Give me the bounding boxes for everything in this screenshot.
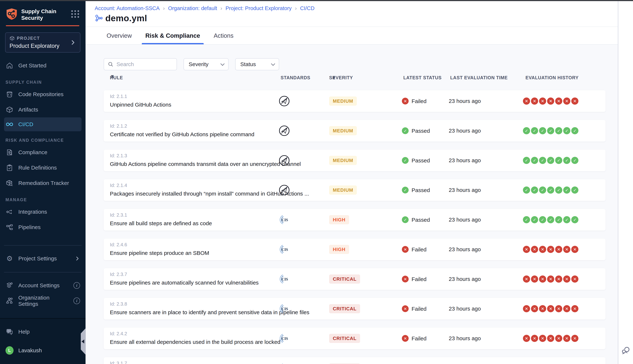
evaluation-history: ✓✓✓✓✓✓✓ bbox=[523, 127, 578, 134]
sidebar-item-project-settings[interactable]: ⚙ Project Settings bbox=[0, 251, 86, 266]
sidebar-item-code-repositories[interactable]: Code Repositories bbox=[0, 86, 86, 102]
cis-standard-icon: CIS bbox=[279, 303, 290, 314]
table-row[interactable]: Id: 2.1.3 GitHub Actions pipeline comman… bbox=[104, 150, 606, 171]
sidebar-item-compliance[interactable]: Compliance bbox=[0, 145, 86, 160]
tab-actions[interactable]: Actions bbox=[214, 27, 233, 44]
sidebar-item-artifacts[interactable]: Artifacts bbox=[0, 102, 86, 117]
document-search-icon bbox=[6, 149, 14, 156]
svg-text:CIS: CIS bbox=[282, 218, 288, 222]
svg-text:CIS: CIS bbox=[282, 277, 288, 282]
status-label: Passed bbox=[412, 157, 430, 164]
breadcrumb-cicd[interactable]: CI/CD bbox=[300, 5, 314, 11]
breadcrumb-organization[interactable]: Organization: default bbox=[168, 5, 217, 11]
history-fail-icon: ✕ bbox=[531, 335, 538, 342]
search-box bbox=[104, 58, 177, 70]
tab-overview[interactable]: Overview bbox=[106, 27, 132, 44]
sidebar-item-remediation-tracker[interactable]: Remediation Tracker bbox=[0, 176, 86, 191]
sidebar-item-account-settings[interactable]: Account Settings i bbox=[0, 278, 86, 293]
gear-icon: ⚙ bbox=[6, 255, 14, 262]
history-pass-icon: ✓ bbox=[563, 216, 570, 224]
breadcrumb-project[interactable]: Project: Product Exploratory bbox=[226, 5, 292, 11]
search-input[interactable] bbox=[116, 61, 173, 68]
table-row[interactable]: Id: 2.3.1 Ensure all build steps are def… bbox=[104, 209, 606, 230]
status-label: Passed bbox=[412, 187, 430, 193]
breadcrumb-separator: › bbox=[220, 5, 222, 11]
collapse-left-arrow-icon bbox=[82, 340, 84, 344]
status-icon: ✕ bbox=[402, 246, 409, 253]
rule-name: GitHub Actions pipeline commands transmi… bbox=[110, 161, 301, 167]
history-pass-icon: ✓ bbox=[555, 157, 562, 164]
app-grid-icon[interactable] bbox=[71, 10, 79, 18]
table-row[interactable]: Id: 2.3.8 Ensure scanners are in place t… bbox=[104, 298, 606, 320]
table-row[interactable]: Id: 2.1.1 Unpinned GitHub Actions CIS ME… bbox=[104, 90, 606, 112]
history-fail-icon: ✕ bbox=[555, 305, 562, 312]
brand-title: Supply Chain Security bbox=[21, 8, 60, 21]
history-fail-icon: ✕ bbox=[563, 98, 570, 105]
breadcrumb-account[interactable]: Account: Automation-SSCA bbox=[95, 5, 160, 11]
table-row[interactable]: Id: 3.1.7 CIS CRITICAL ✕ Failed 23 hours… bbox=[104, 357, 606, 364]
table-row[interactable]: Id: 2.4.2 Ensure all external dependenci… bbox=[104, 328, 606, 349]
history-fail-icon: ✕ bbox=[531, 305, 538, 312]
last-evaluation-time: 23 hours ago bbox=[449, 187, 481, 193]
status-icon: ✕ bbox=[402, 306, 409, 312]
table-row[interactable]: Id: 2.4.6 Ensure pipeline steps produce … bbox=[104, 238, 606, 260]
history-fail-icon: ✕ bbox=[523, 246, 530, 253]
divider bbox=[4, 245, 82, 246]
latest-status: ✕ Failed bbox=[402, 335, 426, 342]
severity-filter-dropdown[interactable]: Severity bbox=[184, 58, 228, 70]
chevron-down-icon bbox=[271, 62, 275, 66]
history-pass-icon: ✓ bbox=[571, 216, 578, 224]
sidebar-nav: Get Started SUPPLY CHAIN Code Repositori… bbox=[0, 58, 86, 308]
sidebar-item-rule-definitions[interactable]: Rule Definitions bbox=[0, 160, 86, 176]
tab-bar: Overview Risk & Compliance Actions bbox=[86, 27, 618, 45]
sidebar-item-help[interactable]: ? Help bbox=[0, 324, 86, 340]
history-fail-icon: ✕ bbox=[547, 246, 554, 253]
latest-status: ✓ Passed bbox=[402, 157, 430, 164]
latest-status: ✕ Failed bbox=[402, 246, 426, 253]
sidebar-item-pipelines[interactable]: Pipelines bbox=[0, 220, 86, 235]
chevron-right-icon bbox=[70, 39, 76, 46]
info-icon[interactable]: i bbox=[74, 298, 80, 304]
svg-text:CIS: CIS bbox=[282, 247, 288, 252]
rule-id: Id: 2.3.7 bbox=[110, 272, 127, 277]
toolbar: Severity Status bbox=[104, 58, 618, 70]
history-pass-icon: ✓ bbox=[531, 186, 538, 194]
evaluation-history: ✓✓✓✓✓✓✓ bbox=[523, 157, 578, 164]
history-fail-icon: ✕ bbox=[523, 276, 530, 283]
search-icon bbox=[108, 61, 114, 67]
info-icon[interactable]: i bbox=[74, 282, 80, 289]
layers-gear-icon bbox=[6, 282, 14, 289]
tab-risk-and-compliance[interactable]: Risk & Compliance bbox=[146, 27, 200, 44]
remediation-box-wrench-icon bbox=[6, 180, 14, 187]
sidebar-item-get-started[interactable]: Get Started bbox=[0, 58, 86, 73]
sidebar-item-cicd[interactable]: CI/CD bbox=[4, 117, 82, 131]
latest-status: ✓ Passed bbox=[402, 187, 430, 194]
project-selector[interactable]: PROJECT Product Exploratory bbox=[5, 32, 80, 52]
table-row[interactable]: Id: 2.1.4 Packages insecurely installed … bbox=[104, 179, 606, 201]
sidebar-item-organization-settings[interactable]: Organization Settings i bbox=[0, 293, 86, 308]
clipboard-check-icon bbox=[6, 164, 14, 172]
table-row[interactable]: Id: 2.1.2 Certificate not verified by Gi… bbox=[104, 120, 606, 142]
history-pass-icon: ✓ bbox=[539, 186, 546, 194]
user-menu[interactable]: L Lavakush bbox=[0, 343, 86, 358]
pipeline-file-icon bbox=[95, 14, 103, 22]
sidebar-item-integrations[interactable]: Integrations bbox=[0, 204, 86, 220]
section-manage: MANAGE bbox=[0, 198, 86, 202]
code-repository-icon bbox=[6, 91, 14, 98]
table-row[interactable]: Id: 2.3.7 Ensure pipelines are automatic… bbox=[104, 268, 606, 290]
page-title: demo.yml bbox=[105, 13, 147, 23]
history-fail-icon: ✕ bbox=[531, 276, 538, 283]
owasp-cicd-standard-icon bbox=[279, 96, 290, 106]
cis-standard-icon: CIS bbox=[279, 244, 290, 255]
latest-status: ✓ Passed bbox=[402, 128, 430, 134]
supply-chain-security-logo-icon bbox=[6, 8, 18, 20]
status-label: Passed bbox=[412, 128, 430, 134]
history-fail-icon: ✕ bbox=[563, 335, 570, 342]
main-content: Account: Automation-SSCA › Organization:… bbox=[86, 0, 618, 364]
status-filter-dropdown[interactable]: Status bbox=[235, 58, 279, 70]
history-pass-icon: ✓ bbox=[571, 186, 578, 194]
history-pass-icon: ✓ bbox=[547, 216, 554, 224]
svg-text:CIS: CIS bbox=[282, 336, 288, 341]
history-fail-icon: ✕ bbox=[555, 98, 562, 105]
chat-bubbles-icon[interactable] bbox=[621, 346, 630, 355]
